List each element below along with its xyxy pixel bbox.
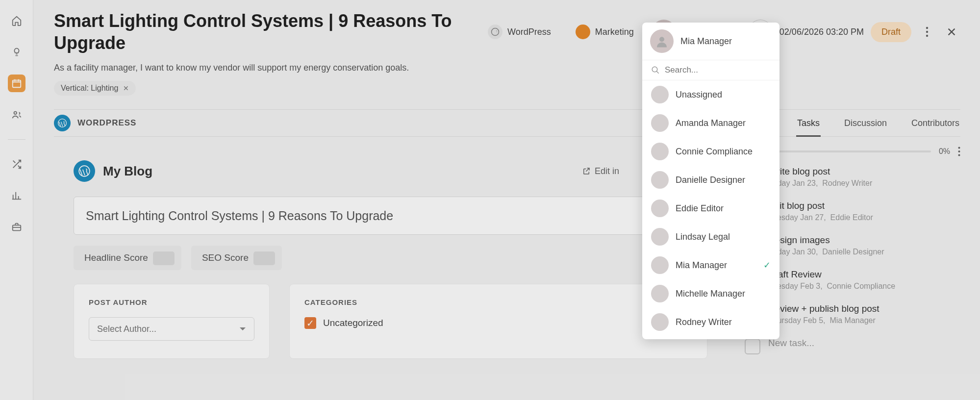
author-select-placeholder: Select Author...: [97, 324, 156, 334]
platform-chip[interactable]: WordPress: [479, 20, 560, 44]
dropdown-search: [642, 60, 779, 80]
tag-row: Vertical: Lighting ✕: [54, 81, 960, 96]
svg-point-8: [926, 35, 928, 37]
wordpress-bar: WORDPRESS Tasks Discussion Contributors: [54, 109, 960, 137]
search-icon: [651, 66, 660, 75]
dropdown-item[interactable]: Mia Manager ✓: [642, 251, 779, 279]
dropdown-item-name: Danielle Designer: [676, 175, 745, 185]
tab-contributors[interactable]: Contributors: [910, 118, 960, 128]
author-select[interactable]: Select Author...: [89, 317, 254, 341]
close-icon[interactable]: ✕: [123, 84, 129, 92]
post-title-input[interactable]: Smart Lighting Control Systems | 9 Reaso…: [74, 197, 657, 235]
task-title: Review + publish blog post: [768, 303, 879, 314]
dropdown-current-name: Mia Manager: [680, 36, 732, 47]
category-color-icon: [576, 25, 590, 39]
tab-tasks[interactable]: Tasks: [796, 118, 821, 128]
close-button[interactable]: [943, 23, 960, 41]
nav-people[interactable]: [8, 106, 25, 124]
wordpress-icon: [488, 25, 503, 39]
dropdown-item-avatar: [651, 313, 669, 331]
dropdown-item[interactable]: Lindsay Legal: [642, 223, 779, 251]
status-chip[interactable]: Draft: [871, 22, 911, 42]
new-task-row[interactable]: New task...: [745, 338, 960, 354]
categories-panel-title: CATEGORIES: [304, 298, 692, 306]
author-panel-title: POST AUTHOR: [89, 298, 254, 306]
task-meta: Friday Jan 23, Rodney Writer: [768, 179, 872, 188]
page-title: Smart Lighting Control Systems | 9 Reaso…: [54, 10, 456, 54]
svg-rect-0: [12, 80, 21, 88]
dropdown-item[interactable]: Danielle Designer: [642, 166, 779, 194]
nav-briefcase[interactable]: [8, 218, 25, 236]
author-panel: POST AUTHOR Select Author...: [74, 284, 270, 359]
seo-score-chip[interactable]: SEO Score: [191, 246, 282, 270]
platform-label: WordPress: [507, 27, 551, 37]
dropdown-item-name: Rodney Writer: [676, 317, 732, 327]
dropdown-item-avatar: [651, 200, 669, 217]
svg-point-6: [926, 27, 928, 29]
svg-point-15: [958, 147, 960, 149]
nav-home[interactable]: [8, 12, 25, 29]
category-item[interactable]: ✓ Uncategorized: [304, 317, 692, 329]
dropdown-item-avatar: [651, 86, 669, 103]
check-icon: ✓: [763, 260, 771, 271]
dropdown-item-avatar: [651, 143, 669, 160]
dropdown-item-avatar: [651, 285, 669, 302]
nav-shuffle[interactable]: [8, 155, 25, 173]
task-title: Write blog post: [768, 166, 872, 177]
dropdown-item-name: Connie Compliance: [676, 147, 753, 157]
category-label: Marketing: [595, 27, 634, 37]
dropdown-current: Mia Manager: [642, 23, 779, 60]
dropdown-list: Unassigned Amanda Manager Connie Complia…: [642, 80, 779, 336]
rail-separator: [8, 139, 25, 140]
svg-point-17: [958, 154, 960, 156]
svg-point-18: [659, 37, 664, 42]
nav-analytics[interactable]: [8, 187, 25, 204]
edit-in-link[interactable]: Edit in: [582, 166, 619, 176]
new-task-checkbox[interactable]: [745, 339, 760, 354]
svg-point-1: [14, 112, 17, 115]
category-item-label: Uncategorized: [323, 318, 383, 328]
category-chip[interactable]: Marketing: [567, 20, 643, 44]
task-meta: Tuesday Feb 3, Connie Compliance: [768, 282, 895, 291]
main-area: Smart Lighting Control Systems | 9 Reaso…: [39, 0, 980, 400]
blog-header: My Blog Edit in: [74, 160, 727, 182]
dropdown-item[interactable]: Unassigned: [642, 80, 779, 109]
title-input-row: Smart Lighting Control Systems | 9 Reaso…: [74, 197, 707, 235]
external-link-icon: [582, 167, 591, 175]
wordpress-bar-label: WORDPRESS: [77, 118, 136, 128]
dropdown-item[interactable]: Eddie Editor: [642, 194, 779, 223]
dropdown-item[interactable]: Michelle Manager: [642, 279, 779, 308]
svg-point-3: [492, 28, 499, 36]
dropdown-item-name: Michelle Manager: [676, 289, 745, 299]
vertical-tag[interactable]: Vertical: Lighting ✕: [54, 81, 136, 96]
dropdown-item[interactable]: Connie Compliance: [642, 137, 779, 166]
dropdown-item-name: Lindsay Legal: [676, 232, 730, 242]
dropdown-search-input[interactable]: [665, 65, 771, 75]
dropdown-item-avatar: [651, 171, 669, 189]
edit-in-label: Edit in: [595, 166, 619, 176]
checkbox-checked-icon[interactable]: ✓: [304, 317, 316, 329]
headline-score-chip[interactable]: Headline Score: [74, 246, 181, 270]
dropdown-item[interactable]: Amanda Manager: [642, 109, 779, 137]
page-subtitle: As a facility manager, I want to know my…: [54, 63, 960, 73]
more-menu-button[interactable]: [918, 23, 936, 41]
right-tabs: Tasks Discussion Contributors: [796, 118, 960, 128]
tag-label: Vertical: Lighting: [61, 84, 118, 93]
header-row: Smart Lighting Control Systems | 9 Reaso…: [54, 10, 960, 54]
svg-rect-2: [12, 225, 21, 230]
tasks-more-button[interactable]: [958, 147, 960, 156]
svg-point-7: [926, 31, 928, 33]
task-title: Draft Review: [768, 269, 895, 280]
schedule-date: 02/06/2026 03:20 PM: [779, 27, 864, 37]
tab-discussion[interactable]: Discussion: [843, 118, 888, 128]
nav-calendar[interactable]: [8, 75, 25, 92]
blog-logo-icon: [74, 160, 95, 182]
wordpress-logo-icon: [54, 115, 71, 131]
dropdown-item-avatar: [651, 256, 669, 274]
owner-dropdown: Mia Manager Unassigned Amanda Manager Co…: [642, 23, 779, 339]
dropdown-item-name: Amanda Manager: [676, 118, 746, 128]
dropdown-item[interactable]: Rodney Writer: [642, 308, 779, 336]
dropdown-item-name: Unassigned: [676, 90, 722, 100]
chevron-down-icon: [239, 326, 246, 331]
nav-ideas[interactable]: [8, 43, 25, 61]
